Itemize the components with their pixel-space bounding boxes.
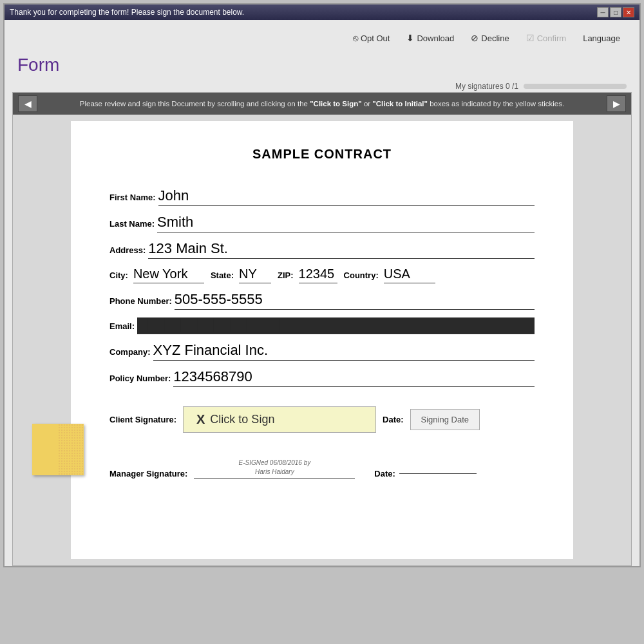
email-field: Email: ████████████████████ [109,317,535,334]
manager-date-area: Date: [374,469,477,478]
company-value: XYZ Financial Inc. [153,342,535,361]
confirm-button[interactable]: ☑ Confirm [520,30,573,46]
email-value: ████████████████████ [137,317,535,334]
location-fields: City: New York State: NY ZIP: 12345 Co [109,267,535,283]
policy-value: 1234568790 [173,368,535,387]
company-label: Company: [109,347,151,357]
document-viewer: ◀ Please review and sign this Document b… [12,92,632,566]
policy-field: Policy Number: 1234568790 [109,368,535,387]
decline-button[interactable]: ⊘ Decline [464,30,515,46]
click-to-sign-text: "Click to Sign" [310,100,362,108]
last-name-field: Last Name: Smith [109,214,535,232]
confirm-icon: ☑ [526,33,535,43]
state-field: State: NY [211,267,271,283]
last-name-value: Smith [157,214,535,232]
download-button[interactable]: ⬇ Download [400,30,460,46]
phone-label: Phone Number: [109,296,172,306]
x-mark-icon: X [196,412,205,427]
window-title: Thank you for completing the form! Pleas… [10,8,597,17]
title-bar: Thank you for completing the form! Pleas… [5,5,639,20]
first-name-label: First Name: [109,193,156,202]
next-page-button[interactable]: ▶ [607,95,626,112]
policy-label: Policy Number: [109,374,171,383]
phone-field: Phone Number: 505-555-5555 [109,291,535,310]
address-value: 123 Main St. [148,240,535,259]
last-name-label: Last Name: [109,219,155,229]
company-field: Company: XYZ Financial Inc. [109,342,535,361]
minimize-button[interactable]: ─ [597,7,609,17]
manager-sig-label: Manager Signature: [109,469,187,478]
close-button[interactable]: ✕ [623,7,634,17]
click-to-sign-label: Click to Sign [210,413,274,426]
manager-date-line [399,473,477,474]
manager-signature-section: Manager Signature: E-SIGNed 06/08/2016 b… [109,459,535,478]
signatures-counter: My signatures 0 /1 [5,80,639,92]
first-name-value: John [158,187,535,206]
city-field: City: New York [109,267,204,283]
language-button[interactable]: Language [576,31,627,46]
main-window: Thank you for completing the form! Pleas… [3,3,641,567]
prev-page-button[interactable]: ◀ [18,95,37,112]
app-body: ⎋ Opt Out ⬇ Download ⊘ Decline ☑ Confirm… [5,20,639,566]
email-label: Email: [109,321,135,331]
country-label: Country: [344,270,379,280]
toolbar: ⎋ Opt Out ⬇ Download ⊘ Decline ☑ Confirm… [5,26,639,52]
client-sig-label: Client Signature: [109,415,176,424]
sticky-note [32,424,84,475]
address-label: Address: [109,245,146,255]
decline-icon: ⊘ [471,33,478,43]
phone-value: 505-555-5555 [175,291,535,310]
signing-date-label: Signing Date [421,415,469,424]
document-paper-area: SAMPLE CONTRACT First Name: John Last Na… [13,115,631,565]
country-value: USA [384,267,435,283]
manager-sig-image: E-SIGNed 06/08/2016 by Haris Haidary [238,459,310,477]
manager-sig-area: E-SIGNed 06/08/2016 by Haris Haidary [194,459,355,478]
signatures-label: My signatures 0 /1 [455,82,518,91]
opt-out-icon: ⎋ [353,33,358,43]
document-instruction: Please review and sign this Document by … [44,100,600,108]
state-label: State: [211,270,234,280]
signing-date-button[interactable]: Signing Date [410,409,480,430]
client-signature-section: Client Signature: X Click to Sign Date: … [109,406,535,433]
click-to-sign-button[interactable]: X Click to Sign [183,406,376,433]
maximize-button[interactable]: □ [610,7,621,17]
sticky-dots [58,424,84,475]
first-name-field: First Name: John [109,187,535,206]
document-paper: SAMPLE CONTRACT First Name: John Last Na… [71,121,573,559]
zip-label: ZIP: [278,270,294,280]
zip-value: 12345 [299,267,337,283]
manager-date-label: Date: [374,469,395,478]
city-value: New York [133,267,204,283]
download-icon: ⬇ [406,33,414,43]
form-title: Form [17,55,627,75]
click-to-initial-text: "Click to Initial" [372,100,428,108]
address-field: Address: 123 Main St. [109,240,535,259]
city-label: City: [109,270,128,280]
contract-title: SAMPLE CONTRACT [109,147,535,162]
zip-field: ZIP: 12345 [278,267,337,283]
client-date-label: Date: [383,415,404,424]
opt-out-button[interactable]: ⎋ Opt Out [346,30,397,46]
document-nav-bar: ◀ Please review and sign this Document b… [13,93,631,115]
signatures-progress-bar [524,84,627,89]
country-field: Country: USA [344,267,435,283]
window-controls: ─ □ ✕ [597,7,634,17]
state-value: NY [239,267,271,283]
form-title-area: Form [5,52,639,80]
manager-sig-line [194,478,355,478]
